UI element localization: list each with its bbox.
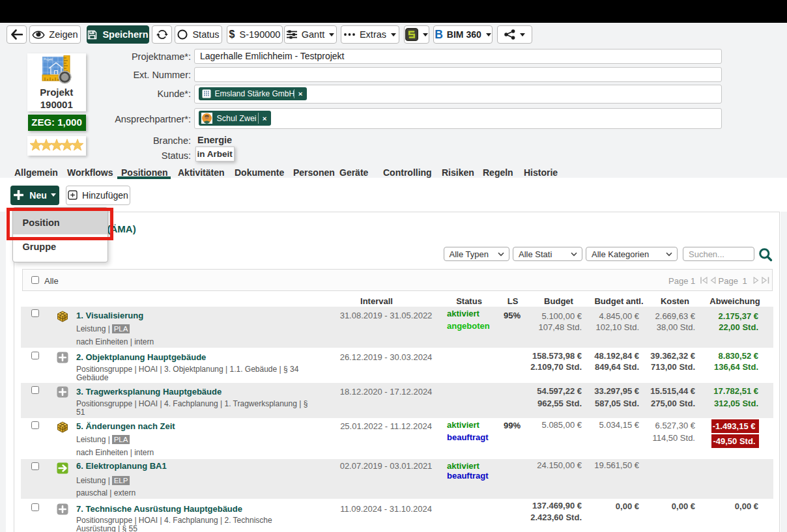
svg-text:Projekt: Projekt <box>44 58 53 61</box>
